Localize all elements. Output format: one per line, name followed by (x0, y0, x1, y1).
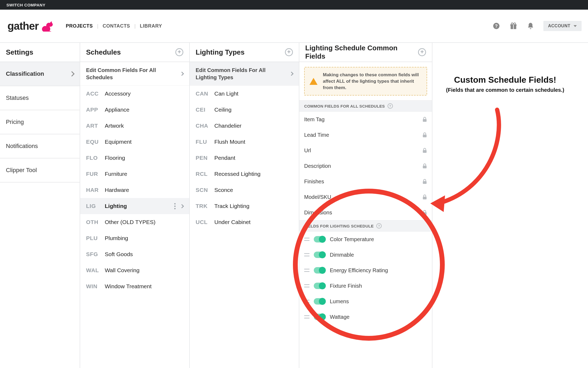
specific-field-row[interactable]: Lumens (299, 294, 432, 309)
schedule-label: Hardware (105, 187, 129, 193)
settings-item-statuses[interactable]: Statuses (0, 86, 80, 110)
schedule-label: Flooring (105, 155, 125, 161)
type-row-cha[interactable]: CHAChandelier (190, 118, 299, 134)
type-row-cei[interactable]: CEICeiling (190, 102, 299, 118)
schedule-code: APP (86, 107, 100, 113)
common-field-row[interactable]: Item Tag (299, 112, 432, 127)
annotation-area (432, 43, 588, 368)
svg-rect-9 (423, 150, 427, 153)
edit-common-types[interactable]: Edit Common Fields For All Lighting Type… (190, 62, 299, 86)
settings-item-classification[interactable]: Classification (0, 62, 80, 86)
toggle-switch[interactable] (314, 252, 326, 258)
field-label: Energy Efficiency Rating (330, 267, 388, 274)
add-type-button[interactable] (285, 48, 293, 56)
common-field-row[interactable]: Finishes (299, 174, 432, 189)
schedule-row-lig[interactable]: LIGLighting (80, 198, 189, 214)
svg-rect-13 (423, 212, 427, 215)
schedule-row-plu[interactable]: PLUPlumbing (80, 230, 189, 246)
drag-handle-icon[interactable] (304, 300, 310, 303)
drag-handle-icon[interactable] (304, 284, 310, 287)
specific-field-row[interactable]: Dimmable (299, 247, 432, 263)
help-icon[interactable]: ? (492, 22, 501, 30)
types-title: Lighting Types (190, 43, 299, 62)
common-field-row[interactable]: Url (299, 143, 432, 158)
toggle-switch[interactable] (314, 298, 326, 305)
switch-company-bar[interactable]: SWITCH COMPANY (0, 0, 588, 10)
svg-point-6 (514, 23, 516, 25)
warning-icon (310, 78, 318, 85)
field-label: Color Temperature (330, 236, 374, 242)
type-label: Sconce (214, 187, 233, 193)
help-icon[interactable] (388, 103, 393, 109)
toggle-switch[interactable] (314, 267, 326, 274)
schedule-row-fur[interactable]: FURFurniture (80, 166, 189, 182)
help-icon[interactable] (376, 223, 382, 229)
schedule-label: Accessory (105, 90, 131, 97)
schedule-row-har[interactable]: HARHardware (80, 182, 189, 198)
type-row-flu[interactable]: FLUFlush Mount (190, 134, 299, 150)
svg-rect-4 (513, 24, 513, 29)
type-row-ucl[interactable]: UCLUnder Cabinet (190, 214, 299, 230)
schedule-row-oth[interactable]: OTHOther (OLD TYPES) (80, 214, 189, 230)
nav-projects[interactable]: PROJECTS (66, 23, 93, 29)
schedule-label: Plumbing (105, 235, 128, 241)
bell-icon[interactable] (526, 22, 535, 30)
gift-icon[interactable] (509, 22, 518, 30)
toggle-switch[interactable] (314, 314, 326, 320)
chevron-right-icon (180, 204, 184, 208)
schedule-label: Soft Goods (105, 251, 133, 257)
schedule-label: Other (OLD TYPES) (105, 219, 156, 225)
edit-common-schedules[interactable]: Edit Common Fields For All Schedules (80, 62, 189, 86)
schedule-label: Window Treatment (105, 283, 152, 290)
common-field-row[interactable]: Dimensions (299, 205, 432, 220)
kebab-icon[interactable] (174, 203, 176, 209)
type-label: Chandelier (214, 123, 242, 129)
logo[interactable]: gather (7, 20, 53, 32)
common-field-row[interactable]: Lead Time (299, 127, 432, 143)
nav-contacts[interactable]: CONTACTS (103, 23, 130, 29)
drag-handle-icon[interactable] (304, 238, 310, 241)
common-field-row[interactable]: Description (299, 158, 432, 174)
toggle-switch[interactable] (314, 236, 326, 242)
field-label: Dimensions (304, 210, 332, 216)
type-row-pen[interactable]: PENPendant (190, 150, 299, 166)
type-row-rcl[interactable]: RCLRecessed Lighting (190, 166, 299, 182)
schedule-code: EQU (86, 139, 100, 145)
specific-field-row[interactable]: Wattage (299, 309, 432, 325)
settings-item-notifications[interactable]: Notifications (0, 134, 80, 158)
type-row-trk[interactable]: TRKTrack Lighting (190, 198, 299, 214)
account-dropdown[interactable]: ACCOUNT (543, 21, 582, 31)
schedule-row-equ[interactable]: EQUEquipment (80, 134, 189, 150)
schedule-row-app[interactable]: APPAppliance (80, 102, 189, 118)
schedule-row-wal[interactable]: WALWall Covering (80, 262, 189, 278)
type-row-can[interactable]: CANCan Light (190, 86, 299, 102)
specific-field-row[interactable]: Energy Efficiency Rating (299, 263, 432, 278)
schedule-row-sfg[interactable]: SFGSoft Goods (80, 246, 189, 262)
schedule-row-win[interactable]: WINWindow Treatment (80, 278, 189, 294)
settings-item-pricing[interactable]: Pricing (0, 110, 80, 134)
field-label: Finishes (304, 179, 324, 185)
type-row-scn[interactable]: SCNSconce (190, 182, 299, 198)
specific-field-row[interactable]: Color Temperature (299, 232, 432, 247)
add-schedule-button[interactable] (175, 48, 183, 56)
drag-handle-icon[interactable] (304, 269, 310, 272)
drag-handle-icon[interactable] (304, 315, 310, 318)
common-fields-section-label: COMMON FIELDS FOR ALL SCHEDULES (299, 100, 432, 112)
chevron-right-icon (180, 72, 184, 76)
schedule-label: Lighting (105, 203, 127, 209)
account-label: ACCOUNT (548, 24, 571, 28)
nav-library[interactable]: LIBRARY (140, 23, 162, 29)
lock-icon (422, 163, 427, 169)
specific-field-row[interactable]: Fixture Finish (299, 278, 432, 294)
settings-item-clipper-tool[interactable]: Clipper Tool (0, 158, 80, 183)
schedule-row-flo[interactable]: FLOFlooring (80, 150, 189, 166)
drag-handle-icon[interactable] (304, 253, 310, 256)
schedule-row-acc[interactable]: ACCAccessory (80, 86, 189, 102)
common-field-row[interactable]: Model/SKU (299, 189, 432, 205)
schedule-row-art[interactable]: ARTArtwork (80, 118, 189, 134)
chevron-right-icon (69, 71, 75, 77)
lock-icon (422, 179, 427, 184)
toggle-switch[interactable] (314, 283, 326, 289)
add-field-button[interactable] (418, 48, 426, 56)
schedule-label: Wall Covering (105, 267, 140, 274)
